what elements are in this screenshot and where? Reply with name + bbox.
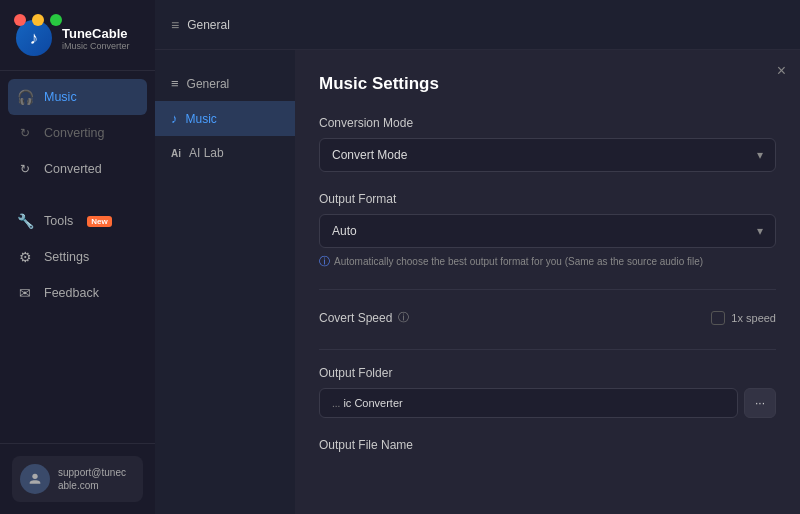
output-format-label: Output Format <box>319 192 776 206</box>
output-format-arrow: ▾ <box>757 224 763 238</box>
output-folder-section: Output Folder ... ic Converter ··· <box>319 366 776 418</box>
sidebar-item-converted[interactable]: ↻ Converted <box>0 151 155 187</box>
music-settings-icon: ♪ <box>171 111 178 126</box>
traffic-lights <box>14 14 62 26</box>
hamburger-icon: ≡ <box>171 17 179 33</box>
divider-1 <box>319 289 776 290</box>
folder-path-value: ic Converter <box>343 397 402 409</box>
settings-top-label: General <box>187 18 230 32</box>
sidebar-item-converting[interactable]: ↻ Converting <box>0 115 155 151</box>
app-name: TuneCable <box>62 26 130 41</box>
folder-path-prefix: ... <box>332 398 340 409</box>
conversion-mode-select[interactable]: Convert Mode ▾ <box>319 138 776 172</box>
modal-dialog: × Music Settings Conversion Mode Convert… <box>295 50 800 514</box>
tools-icon: 🔧 <box>16 212 34 230</box>
output-format-hint: ⓘ Automatically choose the best output f… <box>319 254 776 269</box>
minimize-button[interactable] <box>32 14 44 26</box>
svg-point-0 <box>32 474 37 479</box>
settings-nav-music-label: Music <box>186 112 217 126</box>
tools-badge: New <box>87 216 111 227</box>
conversion-mode-value: Convert Mode <box>332 148 407 162</box>
sidebar-item-tools-label: Tools <box>44 214 73 228</box>
output-format-section: Output Format Auto ▾ ⓘ Automatically cho… <box>319 192 776 269</box>
speed-checkbox[interactable] <box>711 311 725 325</box>
covert-speed-section: Covert Speed ⓘ 1x speed <box>319 306 776 329</box>
sidebar: ♪ TuneCable iMusic Converter 🎧 Music ↻ C… <box>0 0 155 514</box>
settings-nav-ai-lab[interactable]: Ai AI Lab <box>155 136 295 170</box>
app-subtitle: iMusic Converter <box>62 41 130 51</box>
sidebar-item-music-label: Music <box>44 90 77 104</box>
music-icon: 🎧 <box>16 88 34 106</box>
converting-icon: ↻ <box>16 124 34 142</box>
output-format-value: Auto <box>332 224 357 238</box>
sidebar-item-settings[interactable]: ⚙ Settings <box>0 239 155 275</box>
modal-close-button[interactable]: × <box>777 62 786 80</box>
sidebar-item-tools[interactable]: 🔧 Tools New <box>0 203 155 239</box>
close-button[interactable] <box>14 14 26 26</box>
speed-checkbox-row: 1x speed <box>711 311 776 325</box>
output-filename-section: Output File Name <box>319 438 776 452</box>
settings-nav-music[interactable]: ♪ Music <box>155 101 295 136</box>
general-settings-icon: ≡ <box>171 76 179 91</box>
divider-2 <box>319 349 776 350</box>
logo-icon: ♪ <box>30 28 39 49</box>
feedback-icon: ✉ <box>16 284 34 302</box>
converted-icon: ↻ <box>16 160 34 178</box>
sidebar-item-music[interactable]: 🎧 Music <box>8 79 147 115</box>
output-folder-label: Output Folder <box>319 366 776 380</box>
conversion-mode-arrow: ▾ <box>757 148 763 162</box>
ai-lab-icon: Ai <box>171 148 181 159</box>
settings-nav-general[interactable]: ≡ General <box>155 66 295 101</box>
sidebar-item-feedback-label: Feedback <box>44 286 99 300</box>
sidebar-footer: support@tunecable.com <box>0 443 155 514</box>
covert-speed-text: Covert Speed <box>319 311 392 325</box>
settings-top-title: ≡ General <box>171 17 230 33</box>
maximize-button[interactable] <box>50 14 62 26</box>
conversion-mode-label: Conversion Mode <box>319 116 776 130</box>
sidebar-header: ♪ TuneCable iMusic Converter <box>0 0 155 71</box>
settings-nav-general-label: General <box>187 77 230 91</box>
sidebar-item-feedback[interactable]: ✉ Feedback <box>0 275 155 311</box>
settings-top-bar: ≡ General <box>155 0 800 50</box>
sidebar-item-converting-label: Converting <box>44 126 104 140</box>
sidebar-item-converted-label: Converted <box>44 162 102 176</box>
settings-icon: ⚙ <box>16 248 34 266</box>
settings-sidebar: ≡ General ♪ Music Ai AI Lab <box>155 50 295 514</box>
user-email: support@tunecable.com <box>58 466 126 492</box>
hint-text-content: Automatically choose the best output for… <box>334 256 703 267</box>
app-title-block: TuneCable iMusic Converter <box>62 26 130 51</box>
user-account[interactable]: support@tunecable.com <box>12 456 143 502</box>
folder-browse-button[interactable]: ··· <box>744 388 776 418</box>
sidebar-item-settings-label: Settings <box>44 250 89 264</box>
modal-title: Music Settings <box>319 74 776 94</box>
settings-nav-ai-lab-label: AI Lab <box>189 146 224 160</box>
main-content: Convert DURATION 1:04 2:38 3:17 ≡ Genera… <box>155 0 800 514</box>
sidebar-nav: 🎧 Music ↻ Converting ↻ Converted 🔧 Tools… <box>0 71 155 443</box>
output-format-select[interactable]: Auto ▾ <box>319 214 776 248</box>
folder-path-input[interactable]: ... ic Converter <box>319 388 738 418</box>
speed-row: Covert Speed ⓘ 1x speed <box>319 306 776 329</box>
avatar <box>20 464 50 494</box>
conversion-mode-section: Conversion Mode Convert Mode ▾ <box>319 116 776 172</box>
hint-icon: ⓘ <box>319 254 330 269</box>
output-filename-label: Output File Name <box>319 438 776 452</box>
speed-info-icon: ⓘ <box>398 310 409 325</box>
speed-checkbox-label: 1x speed <box>731 312 776 324</box>
folder-input-row: ... ic Converter ··· <box>319 388 776 418</box>
app-container: ♪ TuneCable iMusic Converter 🎧 Music ↻ C… <box>0 0 800 514</box>
speed-label: Covert Speed ⓘ <box>319 310 409 325</box>
